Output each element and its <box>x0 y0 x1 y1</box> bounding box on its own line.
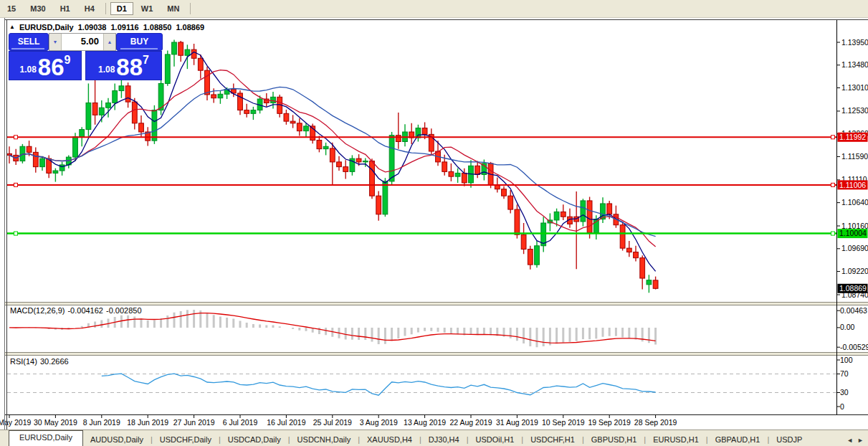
volume-increase-button[interactable]: ▲ <box>103 34 115 50</box>
toolbar-separator <box>105 3 106 14</box>
tab-scroll-right-button[interactable]: ► <box>857 437 864 444</box>
macd-label: MACD(12,26,9)-0.004162-0.002850 <box>10 306 145 315</box>
timeframe-button-h1[interactable]: H1 <box>54 2 77 15</box>
candle <box>396 136 401 142</box>
candle <box>40 158 45 166</box>
date-label: 22 Aug 2019 <box>450 418 492 427</box>
price-axis-label: 1.13010 <box>841 83 868 92</box>
line-handle[interactable] <box>831 232 835 235</box>
candle <box>416 128 421 138</box>
tab-eurusd-h1[interactable]: EURUSD,H1 <box>646 433 706 446</box>
current-price-label: 1.08869 <box>839 284 867 293</box>
line-handle[interactable] <box>14 136 18 139</box>
candle <box>634 252 639 258</box>
candle <box>218 94 223 98</box>
candle <box>53 171 58 173</box>
line-handle[interactable] <box>831 183 835 186</box>
candle <box>80 130 85 137</box>
tab-eurusd-daily[interactable]: EURUSD,Daily <box>9 430 83 446</box>
candle <box>376 196 381 214</box>
tab-usdjp[interactable]: USDJP <box>769 433 809 446</box>
toolbar-separator <box>190 3 191 14</box>
collapse-panel-icon[interactable]: ▲ <box>9 24 15 30</box>
candle <box>244 110 249 114</box>
candle <box>7 153 12 155</box>
volume-input[interactable]: 5.00 <box>62 34 103 50</box>
buy-underline <box>120 48 158 49</box>
candle <box>647 280 652 285</box>
candle <box>475 166 480 174</box>
date-label: 19 Sep 2019 <box>588 418 631 427</box>
panel-separator-rsi[interactable] <box>4 353 868 356</box>
timeframe-button-15[interactable]: 15 <box>1 2 22 15</box>
date-label: 8 Jun 2019 <box>83 418 120 427</box>
candle <box>251 110 256 114</box>
candle <box>508 196 513 209</box>
candle <box>198 58 203 70</box>
tab-scroll-left-button[interactable]: ◄ <box>846 437 853 444</box>
price-axis-label: 1.13950 <box>841 38 868 47</box>
candle <box>343 167 348 172</box>
macd-value-signal: -0.002850 <box>106 306 142 315</box>
tab-xauusd-h4[interactable]: XAUUSD,H4 <box>360 433 419 446</box>
rsi-pane <box>7 374 836 395</box>
macd-axis-label: 0.00463 <box>840 306 867 315</box>
candle <box>185 49 190 55</box>
timeframe-button-d1[interactable]: D1 <box>110 2 133 15</box>
tab-usdcnh-daily[interactable]: USDCNH,Daily <box>290 433 358 446</box>
candle <box>86 103 91 129</box>
candle <box>607 204 612 214</box>
timeframe-button-mn[interactable]: MN <box>161 2 186 15</box>
hline-price-label: 1.10004 <box>839 229 867 237</box>
tab-gbpaud-h1[interactable]: GBPAUD,H1 <box>708 433 768 446</box>
tab-usdoil-h1[interactable]: USDOil,H1 <box>469 433 522 446</box>
candle <box>152 110 157 141</box>
tab-audusd-daily[interactable]: AUDUSD,Daily <box>83 433 151 446</box>
candle <box>462 173 467 183</box>
buy-price-display[interactable]: 1.08 88 7 <box>85 51 162 80</box>
quote-high: 1.09116 <box>110 23 138 32</box>
line-handle[interactable] <box>14 183 18 186</box>
candle <box>495 185 500 189</box>
price-axis-label: 1.09690 <box>841 244 868 252</box>
sell-price-display[interactable]: 1.08 86 9 <box>9 51 82 80</box>
candle <box>449 171 454 176</box>
candle <box>383 181 388 214</box>
timeframe-button-w1[interactable]: W1 <box>135 2 160 15</box>
candle <box>502 189 507 196</box>
candle <box>178 42 183 55</box>
candle <box>297 123 302 131</box>
volume-decrease-button[interactable]: ▼ <box>49 34 62 50</box>
tab-usdchf-h1[interactable]: USDCHF,H1 <box>523 433 582 446</box>
volume-stepper: ▼ 5.00 ▲ <box>49 33 116 51</box>
timeframe-button-m30[interactable]: M30 <box>24 2 52 15</box>
line-handle[interactable] <box>831 136 835 139</box>
candle <box>284 113 289 121</box>
line-handle[interactable] <box>14 232 18 235</box>
tab-usdcad-daily[interactable]: USDCAD,Daily <box>221 433 288 446</box>
tab-usdchf-daily[interactable]: USDCHF,Daily <box>153 433 219 446</box>
candle <box>323 146 328 148</box>
date-label: 30 May 2019 <box>34 418 77 427</box>
candle <box>172 42 177 54</box>
candle <box>363 161 368 162</box>
tab-gbpusd-h1[interactable]: GBPUSD,H1 <box>584 433 644 446</box>
candle <box>389 136 394 181</box>
panel-separator-macd[interactable] <box>4 303 868 305</box>
candle <box>27 146 32 152</box>
macd-axis-label: 0.00 <box>840 323 855 331</box>
candle <box>317 140 322 148</box>
symbol-period-label: EURUSD,Daily <box>19 23 74 32</box>
tab-dj30-h4[interactable]: DJ30,H4 <box>421 433 467 446</box>
timeframe-button-h4[interactable]: H4 <box>78 2 101 15</box>
date-label: 6 Jul 2019 <box>223 418 258 427</box>
sell-price-big: 86 <box>38 57 65 77</box>
rsi-axis-label: 0 <box>840 402 844 411</box>
candle <box>581 201 586 222</box>
rsi-axis-label: 100 <box>840 356 853 364</box>
candle <box>211 95 216 98</box>
rsi-axis-label: 70 <box>840 369 849 378</box>
buy-price-sup: 7 <box>143 54 149 67</box>
candle <box>521 234 526 249</box>
candle <box>356 158 361 162</box>
